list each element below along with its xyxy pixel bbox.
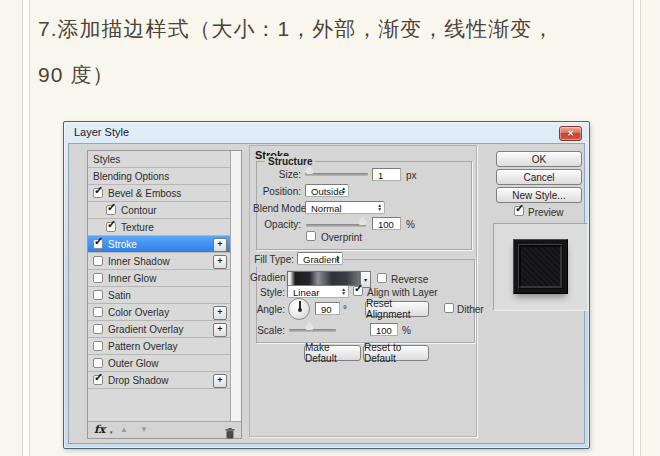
styles-list-item-blending-options[interactable]: Blending Options [88, 168, 231, 185]
preview-checkbox[interactable]: ✓ [514, 206, 524, 216]
add-effect-instance-button[interactable]: + [213, 255, 227, 269]
effect-checkbox[interactable] [93, 307, 103, 317]
styles-list-scrollbar[interactable] [230, 151, 241, 422]
cancel-button[interactable]: Cancel [496, 169, 582, 185]
add-effect-instance-button[interactable]: + [213, 306, 227, 320]
tutorial-step-text: 7.添加描边样式（大小：1，外部，渐变，线性渐变， 90 度） [38, 6, 554, 98]
angle-input[interactable]: 90 [315, 302, 340, 315]
styles-list-item-label: Contour [121, 205, 157, 216]
styles-list-item-label: Outer Glow [108, 358, 159, 369]
move-effect-down-icon[interactable]: ▼ [140, 425, 148, 434]
fx-menu-caret-icon: ▾ [110, 429, 113, 435]
ok-button[interactable]: OK [496, 151, 582, 167]
fill-type-spin-icon: ▴▾ [336, 254, 339, 262]
effect-checkbox[interactable] [93, 290, 103, 300]
move-effect-up-icon[interactable]: ▲ [120, 425, 128, 434]
size-input[interactable]: 1 [372, 168, 401, 181]
dither-checkbox[interactable] [444, 303, 454, 313]
check-icon: ✓ [94, 235, 103, 248]
angle-label: Angle: [250, 304, 285, 315]
position-label: Position: [253, 186, 301, 197]
effect-checkbox[interactable]: ✓ [106, 222, 116, 232]
make-default-button[interactable]: Make Default [304, 345, 361, 361]
styles-list-item-pattern-overlay[interactable]: Pattern Overlay [88, 338, 231, 355]
styles-list-item-color-overlay[interactable]: Color Overlay+ [88, 304, 231, 321]
styles-list-item-label: Pattern Overlay [108, 341, 177, 352]
dialog-title: Layer Style [74, 126, 129, 138]
fill-type-label: Fill Type: [252, 254, 294, 265]
styles-list-item-inner-glow[interactable]: Inner Glow [88, 270, 231, 287]
new-style-button[interactable]: New Style... [496, 187, 582, 203]
align-with-layer-checkbox[interactable]: ✓ [353, 286, 363, 296]
fill-type-dropdown[interactable]: Gradient ▴▾ [297, 252, 343, 265]
add-effect-instance-button[interactable]: + [213, 323, 227, 337]
effect-checkbox[interactable] [93, 256, 103, 266]
reset-to-default-button[interactable]: Reset to Default [363, 345, 429, 361]
size-slider[interactable] [305, 173, 368, 176]
styles-list-item-label: Blending Options [93, 171, 169, 182]
position-spin-icon: ▴▾ [342, 186, 345, 194]
dialog-titlebar[interactable]: Layer Style ✕ [64, 122, 589, 143]
check-icon: ✓ [94, 184, 103, 197]
style-dropdown[interactable]: Linear ▴▾ [287, 285, 349, 298]
styles-list-item-inner-shadow[interactable]: Inner Shadow+ [88, 253, 231, 270]
dither-label: Dither [457, 304, 484, 315]
layer-style-dialog: Layer Style ✕ StylesBlending Options✓Bev… [63, 121, 590, 449]
angle-dial[interactable] [288, 298, 310, 320]
style-value: Linear [293, 287, 319, 298]
effect-checkbox[interactable] [93, 273, 103, 283]
scale-slider[interactable] [289, 329, 336, 332]
styles-list-item-gradient-overlay[interactable]: Gradient Overlay+ [88, 321, 231, 338]
position-dropdown[interactable]: Outside ▴▾ [305, 184, 349, 197]
styles-list-item-label: Texture [121, 222, 154, 233]
opacity-input[interactable]: 100 [372, 217, 401, 230]
styles-list: StylesBlending Options✓Bevel & Emboss✓Co… [87, 150, 242, 439]
styles-list-item-texture[interactable]: ✓Texture [88, 219, 231, 236]
effect-checkbox[interactable]: ✓ [93, 239, 103, 249]
preview-thumbnail [513, 239, 568, 294]
overprint-checkbox[interactable] [306, 231, 316, 241]
reset-alignment-button[interactable]: Reset Alignment [365, 301, 429, 317]
effect-checkbox[interactable] [93, 324, 103, 334]
blend-mode-dropdown[interactable]: Normal ▴▾ [305, 201, 385, 214]
effect-checkbox[interactable]: ✓ [93, 375, 103, 385]
scale-label: Scale: [250, 325, 285, 336]
dialog-body: StylesBlending Options✓Bevel & Emboss✓Co… [68, 143, 585, 444]
page-left-border [22, 0, 30, 456]
close-button[interactable]: ✕ [559, 126, 582, 141]
check-icon: ✓ [94, 371, 103, 384]
styles-list-item-outer-glow[interactable]: Outer Glow [88, 355, 231, 372]
position-value: Outside [311, 186, 344, 197]
reverse-checkbox[interactable] [377, 273, 387, 283]
scale-input[interactable]: 100 [370, 323, 398, 336]
gradient-swatch[interactable] [287, 271, 360, 286]
angle-unit: ° [343, 304, 347, 315]
styles-list-item-styles[interactable]: Styles [88, 151, 231, 168]
styles-list-item-label: Styles [93, 154, 120, 165]
add-effect-instance-button[interactable]: + [213, 374, 227, 388]
add-effect-instance-button[interactable]: + [213, 238, 227, 252]
effect-checkbox[interactable]: ✓ [106, 205, 116, 215]
size-unit: px [406, 170, 417, 181]
size-label: Size: [253, 169, 301, 180]
delete-effect-icon[interactable] [225, 425, 235, 443]
effect-checkbox[interactable]: ✓ [93, 188, 103, 198]
styles-list-item-label: Stroke [108, 239, 137, 250]
styles-list-item-satin[interactable]: Satin [88, 287, 231, 304]
effect-checkbox[interactable] [93, 358, 103, 368]
blend-mode-value: Normal [311, 203, 342, 214]
overprint-label: Overprint [321, 232, 362, 243]
styles-list-item-label: Drop Shadow [108, 375, 169, 386]
styles-list-item-contour[interactable]: ✓Contour [88, 202, 231, 219]
fx-icon[interactable]: fx [94, 423, 105, 436]
effect-checkbox[interactable] [93, 341, 103, 351]
styles-list-item-bevel-emboss[interactable]: ✓Bevel & Emboss [88, 185, 231, 202]
styles-list-item-label: Gradient Overlay [108, 324, 184, 335]
opacity-slider[interactable] [306, 224, 366, 227]
styles-list-item-label: Color Overlay [108, 307, 169, 318]
scale-unit: % [402, 325, 411, 336]
styles-list-item-drop-shadow[interactable]: ✓Drop Shadow+ [88, 372, 231, 389]
styles-list-item-stroke[interactable]: ✓Stroke+ [88, 236, 231, 253]
check-icon: ✓ [107, 201, 116, 214]
blend-mode-spin-icon: ▴▾ [378, 203, 381, 211]
